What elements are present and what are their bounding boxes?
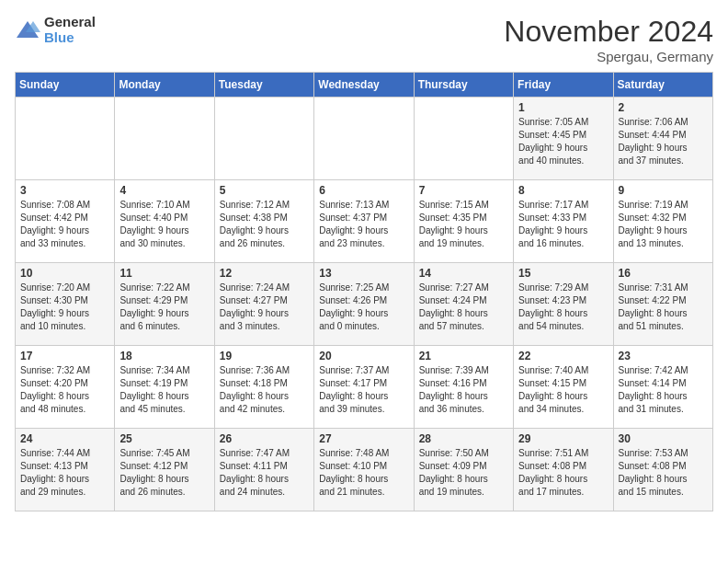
day-number: 20 [319, 350, 408, 362]
calendar-cell: 11Sunrise: 7:22 AM Sunset: 4:29 PM Dayli… [115, 263, 214, 346]
calendar-cell: 8Sunrise: 7:17 AM Sunset: 4:33 PM Daylig… [514, 180, 613, 263]
day-info: Sunrise: 7:05 AM Sunset: 4:45 PM Dayligh… [518, 116, 608, 167]
day-info: Sunrise: 7:50 AM Sunset: 4:09 PM Dayligh… [419, 447, 508, 499]
header-sunday: Sunday [16, 73, 115, 98]
day-info: Sunrise: 7:10 AM Sunset: 4:40 PM Dayligh… [119, 199, 209, 250]
day-number: 27 [319, 432, 408, 445]
calendar-cell: 19Sunrise: 7:36 AM Sunset: 4:18 PM Dayli… [214, 346, 313, 429]
day-info: Sunrise: 7:47 AM Sunset: 4:11 PM Dayligh… [220, 447, 309, 499]
day-number: 11 [119, 267, 209, 280]
calendar-cell: 27Sunrise: 7:48 AM Sunset: 4:10 PM Dayli… [314, 429, 414, 511]
calendar-cell: 13Sunrise: 7:25 AM Sunset: 4:26 PM Dayli… [314, 263, 414, 346]
calendar-cell: 10Sunrise: 7:20 AM Sunset: 4:30 PM Dayli… [16, 263, 115, 346]
day-info: Sunrise: 7:27 AM Sunset: 4:24 PM Dayligh… [419, 282, 508, 333]
calendar-week-2: 3Sunrise: 7:08 AM Sunset: 4:42 PM Daylig… [16, 180, 713, 263]
calendar-cell: 6Sunrise: 7:13 AM Sunset: 4:37 PM Daylig… [314, 180, 414, 263]
calendar-header: Sunday Monday Tuesday Wednesday Thursday… [16, 73, 713, 98]
calendar-cell: 5Sunrise: 7:12 AM Sunset: 4:38 PM Daylig… [214, 180, 313, 263]
day-number: 3 [20, 184, 109, 197]
calendar-cell: 26Sunrise: 7:47 AM Sunset: 4:11 PM Dayli… [214, 429, 313, 511]
day-info: Sunrise: 7:37 AM Sunset: 4:17 PM Dayligh… [319, 364, 408, 416]
calendar-cell: 16Sunrise: 7:31 AM Sunset: 4:22 PM Dayli… [613, 263, 712, 346]
day-info: Sunrise: 7:45 AM Sunset: 4:12 PM Dayligh… [119, 447, 209, 499]
day-number: 25 [119, 432, 209, 445]
day-number: 23 [619, 350, 708, 362]
day-number: 1 [518, 101, 608, 114]
day-number: 29 [518, 432, 608, 445]
calendar-cell: 9Sunrise: 7:19 AM Sunset: 4:32 PM Daylig… [613, 180, 712, 263]
day-number: 21 [419, 350, 508, 362]
calendar-body: 1Sunrise: 7:05 AM Sunset: 4:45 PM Daylig… [16, 98, 713, 511]
logo-general-text: General [44, 15, 96, 30]
day-info: Sunrise: 7:44 AM Sunset: 4:13 PM Dayligh… [20, 447, 109, 499]
day-info: Sunrise: 7:17 AM Sunset: 4:33 PM Dayligh… [518, 199, 608, 250]
day-number: 24 [20, 432, 109, 445]
month-title: November 2024 [504, 15, 713, 49]
day-info: Sunrise: 7:25 AM Sunset: 4:26 PM Dayligh… [319, 282, 408, 333]
title-section: November 2024 Spergau, Germany [504, 15, 713, 64]
day-number: 16 [619, 267, 708, 280]
calendar-cell: 17Sunrise: 7:32 AM Sunset: 4:20 PM Dayli… [16, 346, 115, 429]
day-number: 4 [119, 184, 209, 197]
day-number: 7 [419, 184, 508, 197]
calendar-cell: 18Sunrise: 7:34 AM Sunset: 4:19 PM Dayli… [115, 346, 214, 429]
calendar-cell: 15Sunrise: 7:29 AM Sunset: 4:23 PM Dayli… [514, 263, 613, 346]
calendar-cell: 25Sunrise: 7:45 AM Sunset: 4:12 PM Dayli… [115, 429, 214, 511]
header-tuesday: Tuesday [214, 73, 313, 98]
day-number: 15 [518, 267, 608, 280]
day-info: Sunrise: 7:15 AM Sunset: 4:35 PM Dayligh… [419, 199, 508, 250]
day-info: Sunrise: 7:24 AM Sunset: 4:27 PM Dayligh… [220, 282, 309, 333]
calendar-cell: 29Sunrise: 7:51 AM Sunset: 4:08 PM Dayli… [514, 429, 613, 511]
day-number: 6 [319, 184, 408, 197]
calendar-cell: 2Sunrise: 7:06 AM Sunset: 4:44 PM Daylig… [613, 98, 712, 180]
calendar-cell [314, 98, 414, 180]
calendar-cell: 30Sunrise: 7:53 AM Sunset: 4:08 PM Dayli… [613, 429, 712, 511]
calendar-cell: 22Sunrise: 7:40 AM Sunset: 4:15 PM Dayli… [514, 346, 613, 429]
day-info: Sunrise: 7:08 AM Sunset: 4:42 PM Dayligh… [20, 199, 109, 250]
day-number: 19 [220, 350, 309, 362]
logo-icon [15, 17, 40, 43]
day-number: 12 [220, 267, 309, 280]
day-number: 2 [619, 101, 708, 114]
day-info: Sunrise: 7:36 AM Sunset: 4:18 PM Dayligh… [220, 364, 309, 416]
day-info: Sunrise: 7:42 AM Sunset: 4:14 PM Dayligh… [619, 364, 708, 416]
calendar-cell: 23Sunrise: 7:42 AM Sunset: 4:14 PM Dayli… [613, 346, 712, 429]
day-number: 30 [619, 432, 708, 445]
day-info: Sunrise: 7:12 AM Sunset: 4:38 PM Dayligh… [220, 199, 309, 250]
day-number: 10 [20, 267, 109, 280]
day-info: Sunrise: 7:48 AM Sunset: 4:10 PM Dayligh… [319, 447, 408, 499]
day-number: 28 [419, 432, 508, 445]
day-info: Sunrise: 7:22 AM Sunset: 4:29 PM Dayligh… [119, 282, 209, 333]
day-info: Sunrise: 7:32 AM Sunset: 4:20 PM Dayligh… [20, 364, 109, 416]
day-info: Sunrise: 7:13 AM Sunset: 4:37 PM Dayligh… [319, 199, 408, 250]
day-number: 17 [20, 350, 109, 362]
day-number: 5 [220, 184, 309, 197]
calendar-cell [414, 98, 513, 180]
header-saturday: Saturday [613, 73, 712, 98]
calendar-cell: 1Sunrise: 7:05 AM Sunset: 4:45 PM Daylig… [514, 98, 613, 180]
day-number: 9 [619, 184, 708, 197]
day-number: 8 [518, 184, 608, 197]
location-subtitle: Spergau, Germany [504, 49, 713, 64]
day-info: Sunrise: 7:29 AM Sunset: 4:23 PM Dayligh… [518, 282, 608, 333]
calendar-cell: 12Sunrise: 7:24 AM Sunset: 4:27 PM Dayli… [214, 263, 313, 346]
calendar-cell: 3Sunrise: 7:08 AM Sunset: 4:42 PM Daylig… [16, 180, 115, 263]
calendar-week-3: 10Sunrise: 7:20 AM Sunset: 4:30 PM Dayli… [16, 263, 713, 346]
header-friday: Friday [514, 73, 613, 98]
calendar-cell [214, 98, 313, 180]
calendar-week-5: 24Sunrise: 7:44 AM Sunset: 4:13 PM Dayli… [16, 429, 713, 511]
calendar-cell: 7Sunrise: 7:15 AM Sunset: 4:35 PM Daylig… [414, 180, 513, 263]
day-info: Sunrise: 7:34 AM Sunset: 4:19 PM Dayligh… [119, 364, 209, 416]
calendar-cell: 14Sunrise: 7:27 AM Sunset: 4:24 PM Dayli… [414, 263, 513, 346]
calendar-cell [115, 98, 214, 180]
calendar-table: Sunday Monday Tuesday Wednesday Thursday… [15, 72, 713, 511]
calendar-cell: 21Sunrise: 7:39 AM Sunset: 4:16 PM Dayli… [414, 346, 513, 429]
calendar-cell: 20Sunrise: 7:37 AM Sunset: 4:17 PM Dayli… [314, 346, 414, 429]
day-info: Sunrise: 7:31 AM Sunset: 4:22 PM Dayligh… [619, 282, 708, 333]
calendar-cell [16, 98, 115, 180]
day-info: Sunrise: 7:53 AM Sunset: 4:08 PM Dayligh… [619, 447, 708, 499]
day-number: 22 [518, 350, 608, 362]
day-info: Sunrise: 7:19 AM Sunset: 4:32 PM Dayligh… [619, 199, 708, 250]
day-info: Sunrise: 7:40 AM Sunset: 4:15 PM Dayligh… [518, 364, 608, 416]
calendar-cell: 28Sunrise: 7:50 AM Sunset: 4:09 PM Dayli… [414, 429, 513, 511]
